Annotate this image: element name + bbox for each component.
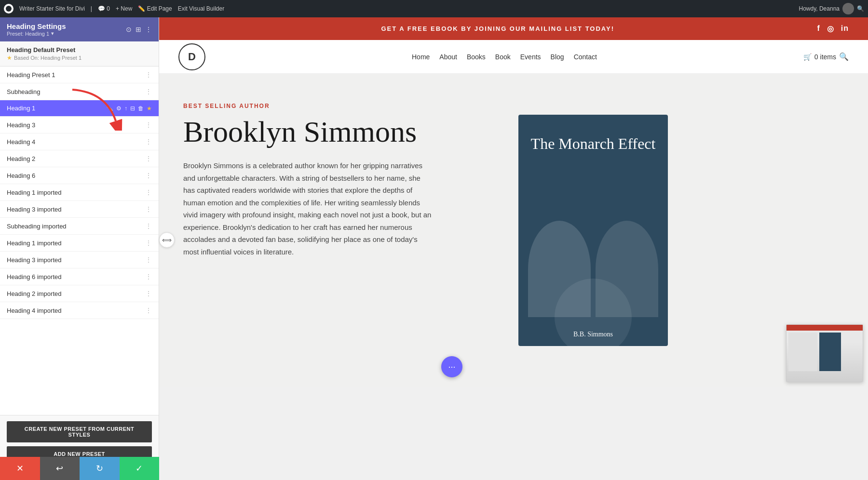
nav-link-books[interactable]: Books	[467, 53, 486, 61]
main-layout: Heading Settings Preset: Heading 1 ▾ ⊙ ⊞…	[0, 17, 868, 480]
preset-item-heading-3-imported[interactable]: Heading 3 imported ⋮	[0, 201, 159, 218]
thumb-bar	[787, 325, 863, 331]
save-button[interactable]: ✓	[120, 457, 160, 480]
preset-name: Heading 4 imported	[7, 307, 145, 314]
cancel-button[interactable]: ✕	[0, 457, 40, 480]
more-icon[interactable]: ⋮	[145, 26, 152, 33]
preset-item-subheading-imported[interactable]: Subheading imported ⋮	[0, 218, 159, 235]
nav-link-events[interactable]: Events	[520, 53, 541, 61]
more-icon[interactable]: ⋮	[145, 138, 152, 146]
promo-bar: GET A FREE EBOOK BY JOINING OUR MAILING …	[159, 17, 868, 40]
search-icon[interactable]: 🔍	[839, 52, 849, 61]
preset-name: Heading Preset 1	[7, 71, 145, 79]
undo-button[interactable]: ↩	[40, 457, 80, 480]
settings-icon[interactable]: ⊙	[126, 26, 132, 33]
book-card: The Monarch Effect B.B. Simmons	[518, 115, 668, 346]
preset-actions: ✏️ ⚙ ↑ ⊟ 🗑 ★	[106, 105, 152, 112]
panel-title: Heading Settings	[7, 22, 66, 30]
preset-item-heading-1-imported-2[interactable]: Heading 1 imported ⋮	[0, 235, 159, 252]
star-icon[interactable]: ★	[147, 105, 152, 112]
edit-page-button[interactable]: ✏️ Edit Page	[138, 5, 172, 12]
default-preset-sub: ★ Based On: Heading Preset 1	[7, 54, 152, 61]
promo-text: GET A FREE EBOOK BY JOINING OUR MAILING …	[178, 25, 817, 32]
preset-item-heading-1-imported[interactable]: Heading 1 imported ⋮	[0, 184, 159, 201]
redo-button[interactable]: ↻	[80, 457, 120, 480]
delete-icon[interactable]: 🗑	[138, 105, 144, 112]
preset-item-heading-preset-1[interactable]: Heading Preset 1 ⋮	[0, 67, 159, 83]
preset-item-heading-4[interactable]: Heading 4 ⋮	[0, 133, 159, 150]
panel-header-icons: ⊙ ⊞ ⋮	[126, 26, 152, 33]
preset-item-heading-3-imported-2[interactable]: Heading 3 imported ⋮	[0, 252, 159, 268]
cart-count: 0 items	[814, 53, 836, 61]
preset-name: Heading 3 imported	[7, 206, 145, 213]
nav-link-home[interactable]: Home	[412, 53, 430, 61]
search-icon[interactable]: 🔍	[857, 5, 864, 12]
more-icon[interactable]: ⋮	[145, 222, 152, 230]
more-icon[interactable]: ⋮	[145, 307, 152, 314]
nav-links: HomeAboutBooksBookEventsBlogContact	[412, 53, 597, 61]
hero-right: The Monarch Effect B.B. Simmons	[497, 74, 690, 387]
export-icon[interactable]: ↑	[124, 105, 127, 112]
preset-name: Heading 1 imported	[7, 189, 145, 196]
panel-title-area: Heading Settings Preset: Heading 1 ▾	[7, 22, 66, 37]
more-icon[interactable]: ⋮	[145, 71, 152, 79]
user-avatar[interactable]	[842, 3, 854, 14]
panel-subtitle[interactable]: Preset: Heading 1 ▾	[7, 30, 66, 37]
preset-item-subheading[interactable]: Subheading ⋮	[0, 83, 159, 100]
howdy-label: Howdy, Deanna 🔍	[799, 3, 865, 14]
more-icon[interactable]: ⋮	[145, 88, 152, 95]
thumb-inner	[787, 325, 863, 382]
hero-section: BEST SELLING AUTHOR Brooklyn Simmons Bro…	[159, 74, 868, 387]
nav-link-about[interactable]: About	[439, 53, 457, 61]
preset-item-heading-2-imported[interactable]: Heading 2 imported ⋮	[0, 285, 159, 302]
more-icon[interactable]: ⋮	[145, 239, 152, 247]
wp-logo-icon[interactable]	[4, 4, 14, 13]
fab-button[interactable]: ···	[441, 356, 462, 377]
preset-item-heading-3[interactable]: Heading 3 ⋮	[0, 117, 159, 133]
more-icon[interactable]: ⋮	[145, 155, 152, 162]
book-title: The Monarch Effect	[531, 134, 656, 154]
hero-title: Brooklyn Simmons	[183, 115, 473, 148]
more-icon[interactable]: ⋮	[145, 188, 152, 196]
preset-name: Heading 2 imported	[7, 290, 145, 297]
nav-link-book[interactable]: Book	[495, 53, 511, 61]
layout-icon[interactable]: ⊞	[136, 26, 141, 33]
linkedin-icon[interactable]: in	[841, 24, 849, 33]
edit-icon[interactable]: ✏️	[106, 105, 113, 112]
book-author: B.B. Simmons	[573, 331, 613, 338]
site-name[interactable]: Writer Starter Site for Divi	[19, 5, 85, 12]
create-preset-button[interactable]: CREATE NEW PRESET FROM CURRENT STYLES	[7, 421, 152, 442]
preset-item-heading-4-imported[interactable]: Heading 4 imported ⋮	[0, 302, 159, 319]
more-icon[interactable]: ⋮	[145, 205, 152, 213]
panel-header: Heading Settings Preset: Heading 1 ▾ ⊙ ⊞…	[0, 17, 159, 41]
cart-icon: 🛒	[803, 53, 812, 61]
comment-icon[interactable]: 💬 0	[98, 5, 110, 12]
new-button[interactable]: + New	[116, 5, 132, 12]
more-icon[interactable]: ⋮	[145, 172, 152, 179]
sidebar-panel: Heading Settings Preset: Heading 1 ▾ ⊙ ⊞…	[0, 17, 159, 480]
default-preset-title: Heading Default Preset	[7, 46, 152, 53]
instagram-icon[interactable]: ◎	[827, 24, 834, 33]
admin-bar-right: Howdy, Deanna 🔍	[799, 3, 865, 14]
preset-item-heading-6-imported[interactable]: Heading 6 imported ⋮	[0, 268, 159, 285]
preset-item-heading-1[interactable]: Heading 1 ✏️ ⚙ ↑ ⊟ 🗑 ★	[0, 100, 159, 117]
bottom-toolbar: ✕ ↩ ↻ ✓	[0, 457, 159, 480]
nav-link-contact[interactable]: Contact	[574, 53, 597, 61]
thumb-col1	[788, 333, 817, 371]
settings-icon[interactable]: ⚙	[116, 105, 122, 112]
nav-cart[interactable]: 🛒 0 items 🔍	[803, 52, 849, 61]
hero-tag: BEST SELLING AUTHOR	[183, 103, 473, 109]
nav-link-blog[interactable]: Blog	[551, 53, 564, 61]
exit-builder-button[interactable]: Exit Visual Builder	[178, 5, 225, 12]
more-icon[interactable]: ⋮	[145, 273, 152, 280]
preset-name: Heading 4	[7, 138, 145, 146]
preset-item-heading-2[interactable]: Heading 2 ⋮	[0, 150, 159, 167]
more-icon[interactable]: ⋮	[145, 256, 152, 264]
more-icon[interactable]: ⋮	[145, 290, 152, 297]
copy-icon[interactable]: ⊟	[130, 105, 135, 112]
panel-toggle-button[interactable]: ⟺	[159, 232, 175, 248]
preset-name: Heading 6	[7, 172, 145, 179]
preset-item-heading-6[interactable]: Heading 6 ⋮	[0, 167, 159, 184]
more-icon[interactable]: ⋮	[145, 121, 152, 129]
facebook-icon[interactable]: f	[817, 24, 820, 33]
